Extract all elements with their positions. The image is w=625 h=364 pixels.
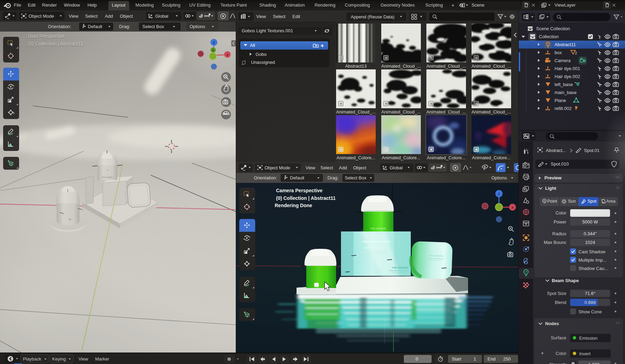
- svg-text:Rendering Done: Rendering Done: [275, 203, 312, 208]
- svg-text:Camera Perspective: Camera Perspective: [276, 188, 323, 193]
- svg-text:X: X: [226, 53, 228, 57]
- svg-text:Z: Z: [498, 192, 500, 196]
- svg-text:(0) Collection | Abstract11: (0) Collection | Abstract11: [276, 195, 336, 201]
- svg-text:User Perspective: User Perspective: [28, 33, 65, 39]
- svg-text:(0) Collection | Abstract11: (0) Collection | Abstract11: [28, 41, 83, 46]
- svg-text:Y: Y: [212, 49, 214, 52]
- svg-text:X: X: [511, 206, 514, 209]
- svg-text:Z: Z: [213, 41, 215, 44]
- svg-text:Spextra Hair Gloss: Spextra Hair Gloss: [363, 240, 391, 243]
- svg-text:THE UNSEEN: THE UNSEEN: [392, 266, 408, 269]
- svg-text:THE UNSEEN: THE UNSEEN: [370, 227, 386, 230]
- svg-text:THE UNSEEN: THE UNSEEN: [102, 176, 113, 178]
- svg-text:THE UNSEEN: THE UNSEEN: [428, 254, 443, 257]
- svg-text:sweet&cool: sweet&cool: [364, 245, 385, 249]
